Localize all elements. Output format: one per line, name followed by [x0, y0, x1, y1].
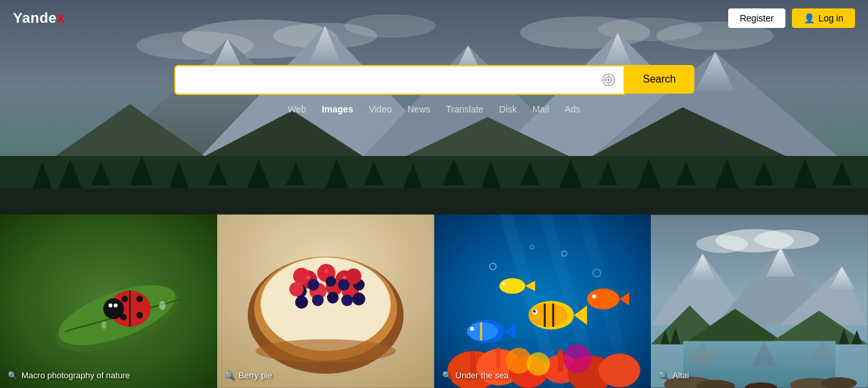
nav-links: Web Images Video News Translate Disk Mai… [287, 104, 580, 114]
svg-point-87 [346, 268, 362, 284]
grid-label-altai: 🔍 Altai [659, 370, 689, 380]
logo: Yandex [13, 10, 65, 27]
svg-point-63 [114, 304, 118, 307]
search-icon-small4: 🔍 [659, 371, 668, 380]
svg-point-78 [326, 276, 336, 287]
search-wrapper: Search [174, 65, 694, 95]
svg-point-64 [159, 301, 166, 310]
svg-rect-105 [557, 350, 562, 372]
svg-point-59 [137, 296, 143, 302]
register-button[interactable]: Register [728, 8, 785, 28]
svg-point-85 [352, 292, 365, 305]
nav-news[interactable]: News [408, 104, 430, 114]
svg-point-65 [101, 321, 107, 329]
svg-point-77 [308, 279, 319, 291]
user-icon: 👤 [804, 13, 815, 23]
login-button[interactable]: 👤 Log in [792, 8, 855, 28]
search-input[interactable] [176, 66, 594, 94]
svg-point-102 [598, 354, 640, 387]
svg-point-121 [586, 289, 619, 309]
svg-point-62 [109, 304, 112, 307]
camera-icon[interactable] [594, 73, 624, 87]
grid-item-berry-pie[interactable]: 🔍 Berry pie [217, 214, 434, 388]
svg-point-89 [306, 276, 310, 279]
svg-point-111 [528, 304, 567, 327]
svg-point-88 [289, 282, 304, 296]
nav-disk[interactable]: Disk [499, 104, 517, 114]
nav-translate[interactable]: Translate [446, 104, 484, 114]
search-icon-small2: 🔍 [225, 371, 235, 380]
nav-web[interactable]: Web [287, 104, 306, 114]
nav-images[interactable]: Images [322, 104, 353, 114]
svg-point-120 [469, 327, 473, 331]
search-bar [174, 65, 625, 95]
svg-point-84 [341, 294, 353, 306]
login-label: Log in [819, 13, 843, 23]
svg-point-92 [256, 339, 396, 363]
svg-point-115 [533, 310, 535, 313]
search-icon-small3: 🔍 [442, 371, 452, 380]
search-area: Search Web Images Video News Translate D… [0, 65, 868, 114]
svg-point-83 [327, 292, 339, 304]
grid-item-altai[interactable]: 🔍 Altai [651, 214, 868, 388]
svg-point-81 [295, 296, 308, 309]
nav-ads[interactable]: Ads [565, 104, 581, 114]
svg-point-60 [120, 314, 127, 320]
svg-point-82 [312, 294, 324, 306]
svg-point-124 [499, 278, 525, 294]
grid-item-underwater[interactable]: 🔍 Under the sea [434, 214, 651, 388]
svg-rect-104 [495, 348, 500, 369]
svg-point-123 [592, 294, 596, 298]
svg-rect-45 [0, 188, 868, 214]
search-icon-small: 🔍 [8, 371, 18, 380]
header: Yandex Register 👤 Log in [0, 0, 868, 36]
grid-label-underwater: 🔍 Under the sea [442, 370, 509, 380]
grid-label-ladybug: 🔍 Macro photography of nature [8, 370, 130, 380]
svg-point-133 [696, 235, 748, 253]
svg-point-61 [137, 312, 143, 318]
svg-point-91 [343, 276, 347, 279]
svg-point-134 [755, 229, 820, 249]
search-button[interactable]: Search [625, 65, 694, 94]
svg-point-108 [562, 344, 591, 373]
svg-point-118 [466, 322, 497, 341]
svg-point-58 [122, 296, 128, 302]
header-buttons: Register 👤 Log in [728, 8, 855, 28]
nav-mail[interactable]: Mail [533, 104, 549, 114]
grid-label-berry-pie: 🔍 Berry pie [225, 370, 272, 380]
svg-point-107 [526, 352, 549, 376]
grid-item-ladybug[interactable]: 🔍 Macro photography of nature [0, 214, 217, 388]
nav-video[interactable]: Video [369, 104, 392, 114]
svg-point-90 [324, 269, 328, 273]
image-grid: 🔍 Macro photography of nature [0, 214, 868, 388]
svg-point-126 [502, 283, 505, 286]
